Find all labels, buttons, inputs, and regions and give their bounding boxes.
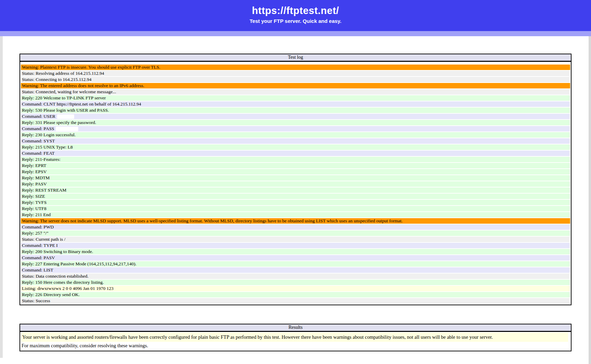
log-row: Reply: 200 Switching to Binary mode. bbox=[21, 249, 570, 254]
log-row: Reply: PASV bbox=[21, 181, 570, 187]
log-row: Command: USER bbox=[21, 114, 570, 119]
log-row: Reply: 530 Please login with USER and PA… bbox=[21, 108, 570, 113]
log-row: Warning: Plaintext FTP is insecure. You … bbox=[21, 65, 570, 70]
log-row: Reply: 220 Welcome to TP-LINK FTP server bbox=[21, 95, 570, 101]
log-row-text: Reply: PASV bbox=[22, 181, 47, 186]
log-row: Status: Connecting to 164.215.112.94 bbox=[21, 77, 570, 82]
log-row: Command: PWD bbox=[21, 224, 570, 230]
log-row-text: Reply: 230 Login successful. bbox=[22, 132, 76, 137]
log-row-text: Reply: 211-Features: bbox=[22, 157, 61, 162]
log-row: Reply: 226 Directory send OK. bbox=[21, 292, 570, 297]
site-header: https://ftptest.net/ Test your FTP serve… bbox=[0, 0, 591, 31]
results-panel: Results Your server is working and assor… bbox=[19, 324, 572, 351]
log-row: Status: Resolving address of 164.215.112… bbox=[21, 71, 570, 76]
log-row-text: Reply: 257 "/" bbox=[22, 230, 49, 236]
log-row: Reply: EPRT bbox=[21, 163, 570, 168]
log-row: Reply: UTF8 bbox=[21, 206, 570, 211]
log-row: Command: PASV bbox=[21, 255, 570, 261]
log-row: Reply: 227 Entering Passive Mode (164,21… bbox=[21, 261, 570, 267]
log-row-text: Reply: EPRT bbox=[22, 163, 46, 168]
redacted-credential bbox=[57, 114, 74, 119]
log-row-text: Command: PASV bbox=[22, 255, 55, 260]
test-log-header: Test log bbox=[20, 54, 571, 62]
log-row: Reply: REST STREAM bbox=[21, 187, 570, 193]
log-row: Reply: MDTM bbox=[21, 175, 570, 181]
log-row-text: Reply: 150 Here comes the directory list… bbox=[22, 280, 104, 285]
log-row-text: Command: CLNT https://ftptest.net on beh… bbox=[22, 101, 141, 107]
log-row: Command: SYST bbox=[21, 138, 570, 144]
log-row: Status: Success bbox=[21, 298, 570, 304]
log-row-text: Reply: 200 Switching to Binary mode. bbox=[22, 249, 93, 254]
log-row-text: Status: Data connection established. bbox=[22, 274, 89, 279]
log-row: Status: Connected, waiting for welcome m… bbox=[21, 89, 570, 95]
results-body: Your server is working and assorted rout… bbox=[20, 332, 571, 351]
site-subtitle: Test your FTP server. Quick and easy. bbox=[0, 18, 591, 24]
redacted-credential bbox=[56, 127, 78, 131]
log-row-text: Reply: 226 Directory send OK. bbox=[22, 292, 80, 297]
log-row: Command: CLNT https://ftptest.net on beh… bbox=[21, 101, 570, 107]
log-row-text: Reply: UTF8 bbox=[22, 206, 46, 211]
results-note: For maximum compatibility, consider reso… bbox=[21, 342, 570, 349]
accent-band bbox=[0, 31, 591, 36]
log-row: Reply: TVFS bbox=[21, 200, 570, 205]
log-row: Command: TYPE I bbox=[21, 243, 570, 248]
log-row: Status: Data connection established. bbox=[21, 274, 570, 279]
log-row: Reply: 230 Login successful. bbox=[21, 132, 570, 138]
results-summary: Your server is working and assorted rout… bbox=[21, 333, 568, 342]
page-content: Test log Warning: Plaintext FTP is insec… bbox=[19, 54, 572, 351]
log-row: Reply: 211-Features: bbox=[21, 157, 570, 162]
log-row-text: Command: USER bbox=[22, 114, 55, 119]
log-row: Warning: The entered address does not re… bbox=[21, 83, 570, 88]
log-row-text: Reply: 211 End bbox=[22, 212, 51, 217]
log-row: Command: PASS bbox=[21, 126, 570, 131]
log-row-text: Status: Current path is / bbox=[22, 237, 66, 242]
log-row: Reply: SIZE bbox=[21, 194, 570, 199]
log-row-text: Command: PWD bbox=[22, 224, 54, 229]
log-row: Reply: 257 "/" bbox=[21, 230, 570, 236]
log-row-text: Status: Connecting to 164.215.112.94 bbox=[22, 77, 92, 82]
log-row: Command: FEAT bbox=[21, 151, 570, 156]
log-row-text: Reply: 530 Please login with USER and PA… bbox=[22, 108, 109, 113]
log-row-text: Reply: TVFS bbox=[22, 200, 46, 205]
log-row-text: Status: Success bbox=[22, 298, 50, 303]
log-row-text: Reply: 220 Welcome to TP-LINK FTP server bbox=[22, 95, 106, 100]
log-row: Reply: 331 Please specify the password. bbox=[21, 120, 570, 125]
left-edge-strip bbox=[0, 36, 3, 358]
log-row-text: Reply: 215 UNIX Type: L8 bbox=[22, 144, 73, 150]
log-row: Reply: EPSV bbox=[21, 169, 570, 174]
log-row-text: Reply: EPSV bbox=[22, 169, 46, 174]
log-row: Reply: 211 End bbox=[21, 212, 570, 218]
log-row-text: Command: SYST bbox=[22, 138, 55, 143]
log-row-text: Status: Resolving address of 164.215.112… bbox=[22, 71, 104, 76]
log-row: Command: LIST bbox=[21, 267, 570, 273]
log-row-text: Command: FEAT bbox=[22, 151, 55, 156]
log-row: Status: Current path is / bbox=[21, 237, 570, 242]
log-row-text: Warning: Plaintext FTP is insecure. You … bbox=[22, 65, 160, 70]
results-header: Results bbox=[20, 324, 571, 332]
log-row-text: Command: TYPE I bbox=[22, 243, 58, 248]
log-row-text: Reply: MDTM bbox=[22, 175, 50, 180]
log-row-text: Status: Connected, waiting for welcome m… bbox=[22, 89, 116, 94]
log-row-text: Reply: 331 Please specify the password. bbox=[22, 120, 96, 125]
scrollbar-track[interactable] bbox=[589, 36, 591, 364]
log-row: Reply: 215 UNIX Type: L8 bbox=[21, 144, 570, 150]
log-rows: Warning: Plaintext FTP is insecure. You … bbox=[20, 62, 571, 305]
site-title: https://ftptest.net/ bbox=[0, 0, 591, 16]
log-row-text: Listing: drwxrwxrwx 2 0 0 4096 Jan 01 19… bbox=[22, 286, 113, 291]
log-row: Reply: 150 Here comes the directory list… bbox=[21, 280, 570, 285]
log-row: Listing: drwxrwxrwx 2 0 0 4096 Jan 01 19… bbox=[21, 286, 570, 291]
log-row-text: Reply: SIZE bbox=[22, 194, 45, 199]
log-row: Warning: The server does not indicate ML… bbox=[21, 218, 570, 224]
log-row-text: Command: LIST bbox=[22, 267, 53, 272]
log-row-text: Warning: The entered address does not re… bbox=[22, 83, 144, 88]
test-log-panel: Test log Warning: Plaintext FTP is insec… bbox=[19, 54, 572, 305]
log-row-text: Reply: 227 Entering Passive Mode (164,21… bbox=[22, 261, 136, 266]
log-row-text: Warning: The server does not indicate ML… bbox=[22, 218, 403, 223]
log-row-text: Command: PASS bbox=[22, 126, 54, 131]
log-row-text: Reply: REST STREAM bbox=[22, 187, 66, 193]
